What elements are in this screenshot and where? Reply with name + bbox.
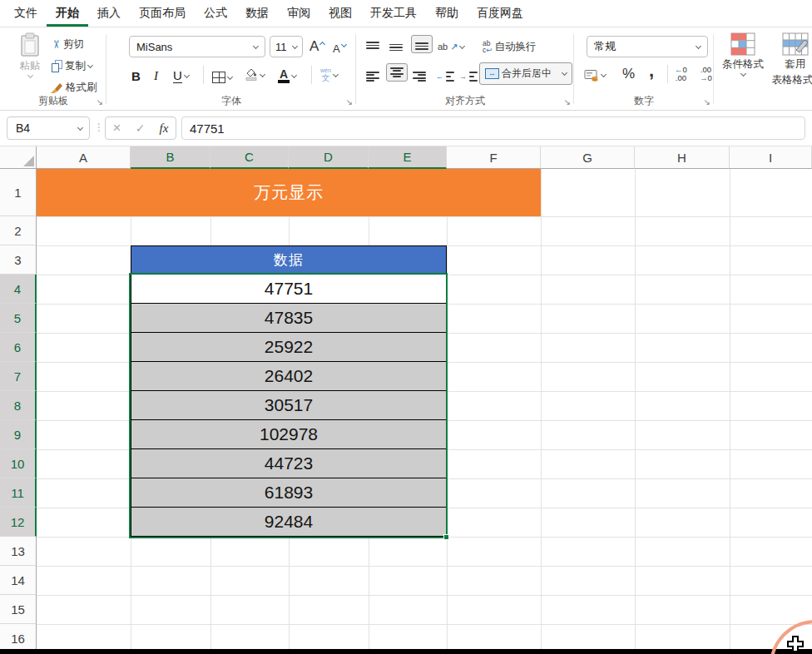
- row-header-6[interactable]: 6: [0, 333, 37, 362]
- shrink-font-button[interactable]: A: [333, 38, 346, 58]
- fill-color-button[interactable]: [245, 65, 265, 85]
- table-cell[interactable]: 26402: [131, 362, 447, 391]
- tab-review[interactable]: 审阅: [278, 0, 319, 27]
- column-header-G[interactable]: G: [541, 146, 635, 169]
- table-cell-active[interactable]: 47751: [131, 275, 447, 304]
- cancel-icon[interactable]: ×: [113, 120, 121, 136]
- format-as-table-button[interactable]: 套用 表格格式: [772, 32, 812, 87]
- row-header-5[interactable]: 5: [0, 304, 37, 333]
- font-size-combo[interactable]: 11: [270, 36, 303, 57]
- align-center-button[interactable]: [386, 63, 408, 82]
- bold-button[interactable]: B: [131, 66, 141, 86]
- font-name-combo[interactable]: MiSans: [129, 36, 265, 57]
- separator: [311, 66, 312, 84]
- row-header-11[interactable]: 11: [0, 478, 37, 508]
- cut-button[interactable]: ✂ 剪切: [52, 34, 84, 54]
- chevron-down-icon: [292, 42, 298, 48]
- column-header-D[interactable]: D: [289, 146, 369, 169]
- accounting-icon: [584, 69, 599, 82]
- number-dialog-launcher-icon[interactable]: ↘: [704, 98, 710, 107]
- row-header-13[interactable]: 13: [0, 537, 37, 566]
- orientation-button[interactable]: ab ↗: [438, 37, 464, 57]
- top-align-button[interactable]: [366, 37, 379, 57]
- confirm-icon[interactable]: ✓: [136, 121, 146, 135]
- column-header-B[interactable]: B: [131, 146, 210, 169]
- table-cell[interactable]: 61893: [131, 478, 447, 508]
- wrap-text-icon: ab c↩: [483, 40, 492, 53]
- insert-function-button[interactable]: fx: [160, 121, 169, 136]
- tab-data[interactable]: 数据: [236, 0, 278, 27]
- indent-lines-icon: [469, 72, 478, 82]
- tab-file[interactable]: 文件: [5, 0, 47, 27]
- table-cell[interactable]: 30517: [131, 391, 447, 420]
- column-header-A[interactable]: A: [37, 146, 131, 169]
- align-left-button[interactable]: [366, 67, 379, 87]
- tab-insert[interactable]: 插入: [88, 0, 130, 27]
- italic-button[interactable]: I: [154, 66, 158, 86]
- row-header-9[interactable]: 9: [0, 420, 37, 449]
- tab-home[interactable]: 开始: [47, 0, 88, 27]
- clipboard-dialog-launcher-icon[interactable]: ↘: [97, 98, 103, 107]
- increase-indent-button[interactable]: →: [459, 67, 478, 87]
- fill-handle[interactable]: [443, 534, 449, 540]
- top-align-icon: [366, 42, 379, 53]
- column-header-I[interactable]: I: [730, 146, 812, 169]
- comma-style-button[interactable]: ,: [649, 61, 654, 81]
- row-header-2[interactable]: 2: [0, 216, 37, 245]
- number-format-combo[interactable]: 常规: [587, 36, 708, 57]
- alignment-dialog-launcher-icon[interactable]: ↘: [564, 98, 571, 107]
- column-header-E[interactable]: E: [369, 146, 447, 169]
- row-header-7[interactable]: 7: [0, 362, 37, 391]
- tab-view[interactable]: 视图: [319, 0, 361, 27]
- tab-baidu-netdisk[interactable]: 百度网盘: [468, 0, 532, 27]
- row-header-12[interactable]: 12: [0, 508, 37, 537]
- underline-button[interactable]: U: [173, 66, 189, 86]
- row-header-15[interactable]: 15: [0, 595, 37, 624]
- column-header-H[interactable]: H: [635, 146, 730, 169]
- styles-group: 条件格式 套用 表格格式: [714, 27, 812, 111]
- borders-button[interactable]: [212, 67, 232, 87]
- accounting-format-button[interactable]: [584, 65, 606, 85]
- conditional-formatting-button[interactable]: 条件格式: [719, 32, 767, 76]
- table-cell[interactable]: 102978: [131, 420, 447, 449]
- row-header-4[interactable]: 4: [0, 275, 37, 304]
- wrap-text-button[interactable]: ab c↩ 自动换行: [483, 37, 536, 57]
- paste-button[interactable]: 粘贴: [12, 32, 48, 77]
- tab-page-layout[interactable]: 页面布局: [130, 0, 195, 27]
- font-color-button[interactable]: A: [278, 66, 296, 86]
- banner-merged-cell[interactable]: 万元显示: [37, 169, 541, 216]
- table-cell[interactable]: 25922: [131, 333, 447, 362]
- row-header-1[interactable]: 1: [0, 169, 37, 216]
- resize-dots-icon[interactable]: ⋮: [94, 121, 104, 133]
- table-header-cell[interactable]: 数据: [131, 245, 447, 275]
- table-cell[interactable]: 44723: [131, 449, 447, 478]
- formula-input[interactable]: 47751: [181, 116, 805, 140]
- tab-formulas[interactable]: 公式: [195, 0, 236, 27]
- comma-icon: ,: [649, 60, 654, 82]
- tab-help[interactable]: 帮助: [426, 0, 468, 27]
- bottom-align-button[interactable]: [411, 35, 433, 53]
- column-header-F[interactable]: F: [447, 146, 541, 169]
- copy-button[interactable]: 复制: [52, 56, 92, 76]
- table-cell[interactable]: 92484: [131, 508, 447, 537]
- column-header-C[interactable]: C: [210, 146, 289, 169]
- row-header-14[interactable]: 14: [0, 566, 37, 595]
- increase-decimal-button[interactable]: ←0 .00: [675, 64, 687, 84]
- align-right-button[interactable]: [413, 67, 426, 87]
- font-dialog-launcher-icon[interactable]: ↘: [346, 98, 353, 107]
- decrease-decimal-button[interactable]: .00 →0: [700, 64, 712, 84]
- merge-center-button[interactable]: ↔ 合并后居中: [479, 62, 572, 85]
- row-header-3[interactable]: 3: [0, 245, 37, 275]
- row-header-10[interactable]: 10: [0, 449, 37, 478]
- name-box[interactable]: B4: [7, 116, 90, 140]
- tab-developer[interactable]: 开发工具: [361, 0, 426, 27]
- percent-style-button[interactable]: %: [622, 64, 635, 84]
- row-header-8[interactable]: 8: [0, 391, 37, 420]
- select-all-corner[interactable]: [0, 146, 37, 169]
- phonetic-guide-button[interactable]: wén 文: [320, 65, 338, 85]
- table-cell[interactable]: 47835: [131, 304, 447, 333]
- middle-align-button[interactable]: [389, 37, 403, 57]
- decrease-indent-button[interactable]: ←: [436, 67, 454, 87]
- grow-font-button[interactable]: A: [309, 37, 324, 57]
- chevron-down-icon: [562, 70, 567, 76]
